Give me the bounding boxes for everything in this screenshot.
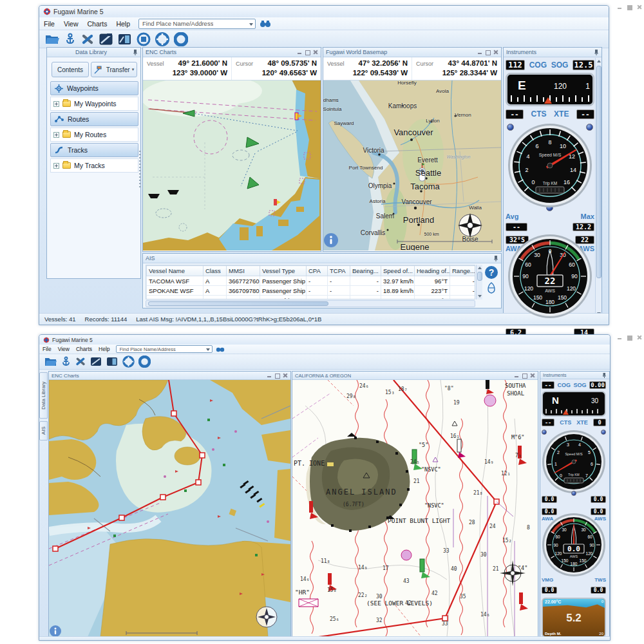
tree-tracks[interactable]: Tracks [50, 143, 138, 157]
vessel-lat: 47° 32.2056' N [359, 59, 408, 67]
contents-tab[interactable]: Contents [52, 62, 89, 77]
minimize-icon[interactable] [267, 373, 272, 378]
enc-chart-canvas[interactable] [143, 80, 321, 251]
gauge-knob[interactable] [571, 491, 576, 496]
col-range[interactable]: Range... [450, 266, 476, 276]
col-tcpa[interactable]: TCPA [328, 266, 350, 276]
menu-charts[interactable]: Charts [83, 19, 112, 29]
expand-icon[interactable] [53, 163, 59, 169]
sidebar-tab-ais[interactable]: AIS [39, 421, 48, 440]
svg-text:14₆: 14₆ [480, 612, 489, 618]
minimize-icon[interactable] [477, 50, 483, 55]
search-input[interactable]: Find Place Name/Address [138, 19, 256, 29]
vessel-list-icon[interactable] [487, 282, 496, 294]
binoculars-icon[interactable] [216, 346, 225, 352]
tools-icon[interactable] [75, 356, 86, 367]
pin-icon[interactable] [133, 49, 138, 55]
menu-file[interactable]: File [39, 19, 59, 29]
svg-text:2: 2 [557, 450, 560, 455]
close-icon[interactable] [312, 50, 318, 55]
transfer-tab[interactable]: Transfer ▾ [91, 62, 137, 77]
restore-icon[interactable] [627, 335, 632, 340]
maximize-icon[interactable] [485, 50, 491, 55]
open-folder-icon[interactable] [44, 33, 60, 46]
minimize-icon[interactable] [297, 50, 303, 55]
ais-row[interactable]: TACOMA WSFA366772760Passenger Ship---32.… [147, 276, 476, 286]
window-controls-bottom[interactable] [617, 335, 642, 340]
split-chart-icon[interactable] [106, 356, 118, 367]
gauge-knob[interactable] [601, 430, 606, 435]
mob-lifering-icon[interactable] [122, 355, 135, 368]
tree-waypoints[interactable]: Waypoints [50, 81, 138, 95]
col-bearing[interactable]: Bearing... [350, 266, 381, 276]
chart-view-icon[interactable] [90, 356, 102, 367]
minimize-icon[interactable] [617, 5, 623, 10]
tree-my-waypoints[interactable]: My Waypoints [50, 97, 138, 111]
search-input[interactable]: Find Place Name/Address [116, 345, 213, 353]
titlebar[interactable]: Fugawi Marine 5 [39, 6, 609, 17]
split-chart-icon[interactable] [118, 33, 132, 46]
record-track-icon[interactable] [174, 32, 188, 46]
maximize-icon[interactable] [305, 50, 310, 55]
menu-charts[interactable]: Charts [73, 345, 95, 353]
tools-icon[interactable] [80, 33, 95, 46]
col-heading[interactable]: Heading of... [415, 266, 450, 276]
expand-icon[interactable] [53, 132, 59, 138]
enc-chart-canvas[interactable] [49, 380, 290, 637]
cal-panel-title: CALIFORNIA & OREGON [295, 373, 514, 379]
search-dropdown-arrow[interactable] [206, 348, 210, 351]
menu-view[interactable]: View [59, 19, 83, 29]
minimize-icon[interactable] [514, 373, 520, 378]
search-dropdown-arrow[interactable] [249, 23, 253, 26]
ais-row[interactable]: SPOKANE WSFA366709780Passenger Ship---18… [147, 286, 476, 296]
raster-chart-canvas[interactable]: PT. IONE ANGEL ISLAND (6.7FT) "NSVC" "NS… [292, 380, 538, 637]
pin-icon[interactable] [594, 49, 599, 55]
ais-hscrollbar[interactable] [146, 300, 475, 307]
pin-icon[interactable] [493, 255, 498, 261]
tree-routes[interactable]: Routes [50, 112, 138, 126]
col-class[interactable]: Class [204, 266, 227, 276]
tree-my-routes[interactable]: My Routes [50, 128, 138, 142]
panel-splitter[interactable] [139, 151, 141, 189]
col-mmsi[interactable]: MMSI [227, 266, 260, 276]
help-icon[interactable]: ? [484, 265, 498, 279]
sidebar-tab-data-library[interactable]: Data Library [39, 372, 48, 419]
col-speed[interactable]: Speed of... [381, 266, 415, 276]
basemap-canvas[interactable]: Horsefly Avola Kamloops Sointula Wadhams… [323, 80, 501, 251]
instruments-scrollbar[interactable] [595, 58, 601, 317]
restore-icon[interactable] [627, 5, 632, 10]
expand-icon[interactable] [53, 101, 59, 107]
ais-table[interactable]: Vessel Name Class MMSI Vessel Type CPA T… [146, 265, 475, 299]
close-icon[interactable] [636, 335, 642, 340]
close-icon[interactable] [529, 373, 535, 378]
close-icon[interactable] [282, 373, 288, 378]
col-cpa[interactable]: CPA [307, 266, 328, 276]
mob-lifering-icon[interactable] [155, 32, 169, 46]
tws-label: TWS [591, 577, 606, 583]
tree-my-tracks[interactable]: My Tracks [50, 158, 138, 173]
ais-vscrollbar[interactable] [476, 265, 482, 299]
menu-help[interactable]: Help [111, 19, 135, 29]
chart-view-icon[interactable] [99, 33, 113, 46]
anchor-icon[interactable] [61, 356, 71, 367]
pin-icon[interactable] [602, 372, 607, 378]
ais-row[interactable]: SAVANNAHA355398000Cargo Ship----181°T- [147, 296, 476, 300]
window-controls-top[interactable] [617, 5, 642, 10]
minimize-icon[interactable] [617, 335, 623, 340]
col-vessel-type[interactable]: Vessel Type [260, 266, 307, 276]
maximize-icon[interactable] [274, 373, 280, 378]
menu-file[interactable]: File [39, 345, 55, 353]
center-vessel-icon[interactable] [137, 32, 151, 46]
menu-help[interactable]: Help [95, 345, 113, 353]
close-icon[interactable] [636, 5, 642, 10]
heading-pointer [544, 97, 553, 104]
col-vessel-name[interactable]: Vessel Name [147, 266, 204, 276]
open-folder-icon[interactable] [44, 356, 57, 367]
anchor-icon[interactable] [64, 33, 76, 46]
record-track-icon[interactable] [138, 355, 151, 368]
menu-view[interactable]: View [55, 345, 73, 353]
maximize-icon[interactable] [522, 373, 527, 378]
gauge-knob[interactable] [542, 430, 547, 435]
binoculars-icon[interactable] [260, 20, 271, 28]
close-icon[interactable] [493, 50, 498, 55]
